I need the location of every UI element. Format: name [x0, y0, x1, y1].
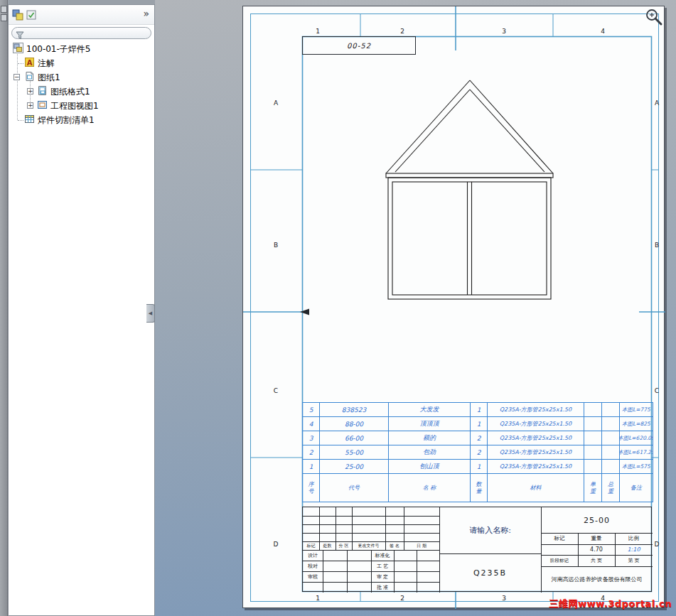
propertymanager-tab-icon[interactable]	[26, 9, 37, 21]
bom-cell: 1	[471, 417, 488, 431]
bom-cell: 25-00	[320, 460, 389, 474]
zone-label: C	[653, 387, 661, 395]
props-header: 标记	[541, 533, 578, 544]
panel-expand-button[interactable]: »	[143, 8, 149, 19]
zone-label: 2	[398, 594, 407, 603]
ref-box: 00-52	[302, 36, 416, 55]
tree-item-root[interactable]: 100-01-子焊件5	[13, 42, 90, 56]
featuremanager-tab-icon[interactable]	[12, 9, 23, 21]
zone-label: D	[272, 540, 280, 549]
bom-header-cell: 代号	[320, 474, 389, 502]
panel-splitter-handle[interactable]	[146, 304, 155, 323]
bom-table[interactable]: 5838523大发发1Q235A-方形管25x25x1.50本图L=775488…	[302, 402, 653, 502]
bom-header-cell: 名 称	[389, 474, 471, 502]
bom-cell: 1	[471, 403, 488, 417]
props-header: 比例	[615, 533, 653, 544]
zone-label: 4	[599, 27, 607, 36]
cut-list-icon	[24, 114, 35, 126]
bom-cell: 1	[303, 460, 320, 474]
drawing-number: 25-00	[541, 507, 653, 533]
rev-label: 分 区	[336, 541, 352, 550]
bom-cell	[584, 417, 602, 431]
zone-label: 2	[398, 27, 407, 36]
sheet-format-icon	[37, 85, 48, 98]
sign-label: 审核	[303, 571, 323, 582]
bom-cell	[584, 460, 602, 474]
zone-label: B	[272, 241, 280, 249]
panel-header: »	[9, 5, 154, 25]
tree-guide	[18, 63, 23, 64]
zone-label: A	[272, 99, 280, 107]
bom-cell: Q235A-方形管25x25x1.50	[488, 417, 584, 431]
tree-item-annotations[interactable]: A 注解	[24, 56, 55, 70]
tree-item-sheet-format1[interactable]: 图纸格式1	[37, 85, 90, 99]
zone-label: 3	[500, 594, 508, 603]
tree-item-label: 图纸1	[38, 72, 60, 84]
zone-label: D	[653, 540, 661, 549]
rev-label: 处数	[319, 541, 336, 550]
feature-manager-panel: » 100-01-子焊件5 A 注解 图纸1 图纸格式1	[8, 4, 155, 616]
strip-toolbar-icon[interactable]	[1, 14, 7, 21]
bom-cell: 55-00	[320, 445, 389, 460]
bom-cell: 2	[471, 431, 488, 445]
bom-cell: 本图L=620.09	[620, 431, 653, 445]
bom-cell: 838523	[320, 403, 389, 417]
bom-cell: 1	[471, 460, 488, 474]
drawing-document-icon	[13, 43, 23, 55]
tree-guide	[18, 120, 23, 121]
zoom-magnifier-icon	[644, 7, 664, 27]
strip-toolbar-icon[interactable]	[1, 6, 7, 13]
expander-plus-icon[interactable]	[27, 88, 33, 94]
bom-cell: 本图L=617.25	[620, 445, 653, 460]
bom-cell: Q235A-方形管25x25x1.50	[488, 445, 584, 460]
bom-cell: Q235A-方形管25x25x1.50	[488, 431, 584, 445]
left-toolbar-strip	[0, 0, 8, 616]
bom-cell: 本图L=825	[620, 417, 653, 431]
bom-cell: 88-00	[320, 417, 389, 431]
sheet-icon	[24, 71, 35, 84]
sign-label: 审 定	[371, 571, 394, 582]
tree-item-label: 工程图视图1	[50, 100, 99, 112]
tree-item-label: 注解	[38, 58, 55, 70]
annotations-icon: A	[24, 57, 35, 70]
zone-label: 1	[313, 27, 322, 36]
bom-cell: 包劲	[389, 445, 471, 460]
company-name: 河南高远公路养护设备股份有限公司	[541, 566, 653, 593]
bom-cell: 5	[303, 403, 320, 417]
bom-header-cell: 数量	[471, 474, 488, 502]
bom-cell: 本图L=775	[620, 403, 653, 417]
tree-item-label: 100-01-子焊件5	[26, 43, 90, 55]
sheet-number-label: 第 页	[615, 555, 653, 566]
graphics-area[interactable]: 1 2 3 4 1 2 3 4 A B C D A B C D 00-52 58…	[155, 0, 676, 616]
rev-label: 更改文件号	[352, 541, 385, 550]
filter-input[interactable]	[11, 27, 151, 39]
tree-item-drawing-view1[interactable]: 工程图视图1	[37, 99, 99, 113]
expander-plus-icon[interactable]	[27, 102, 33, 109]
bom-cell: 额的	[389, 431, 471, 445]
sign-label: 校对	[303, 561, 323, 571]
zone-label: B	[653, 241, 661, 249]
watermark: 三维网www.3dportal.cn	[549, 598, 672, 610]
zone-label: 3	[500, 27, 508, 36]
weight-value: 4.70	[578, 544, 615, 555]
bom-cell: 3	[303, 431, 320, 445]
expander-minus-icon[interactable]	[14, 74, 20, 80]
part-name-prompt[interactable]: 请输入名称:	[439, 507, 541, 553]
bom-header-cell: 备注	[620, 474, 653, 502]
sign-label: 工 艺	[371, 561, 394, 571]
bom-cell	[584, 403, 602, 417]
zone-label: 1	[313, 594, 322, 603]
title-block: 标记 处数 分 区 更改文件号 签 名 日 期 设计 校对 审核 标准化 工 艺…	[302, 507, 652, 592]
tree-item-cut-list[interactable]: 焊件切割清单1	[24, 113, 95, 127]
scale-value: 1:10	[615, 544, 653, 555]
bom-cell: 2	[471, 445, 488, 460]
drawing-sheet[interactable]: 1 2 3 4 1 2 3 4 A B C D A B C D 00-52 58…	[242, 6, 665, 608]
bom-header-cell: 总重	[602, 474, 620, 502]
zone-label: A	[653, 99, 661, 107]
bom-cell: 顶顶顶	[389, 417, 471, 431]
weldment-drawing-view[interactable]	[386, 80, 553, 299]
bom-cell	[602, 417, 620, 431]
bom-cell	[602, 403, 620, 417]
rev-label: 标记	[303, 541, 319, 550]
tree-item-sheet1[interactable]: 图纸1	[24, 70, 60, 85]
